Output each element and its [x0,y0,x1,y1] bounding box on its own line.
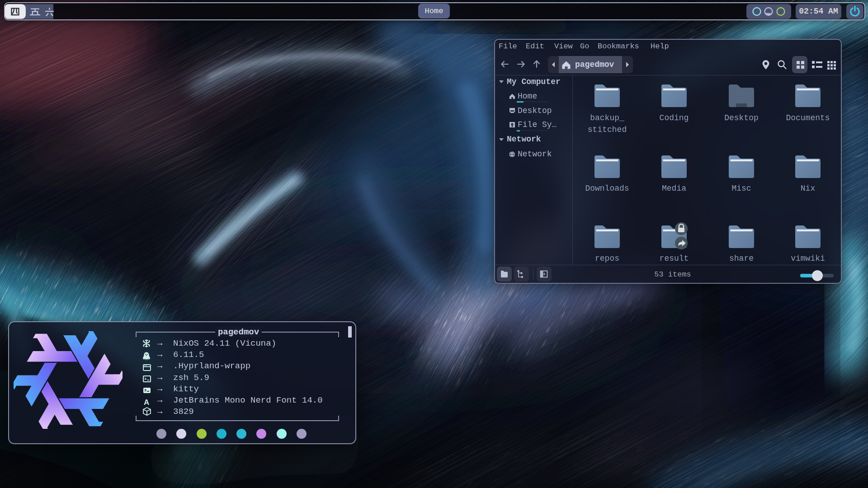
svg-text:A: A [144,398,149,407]
